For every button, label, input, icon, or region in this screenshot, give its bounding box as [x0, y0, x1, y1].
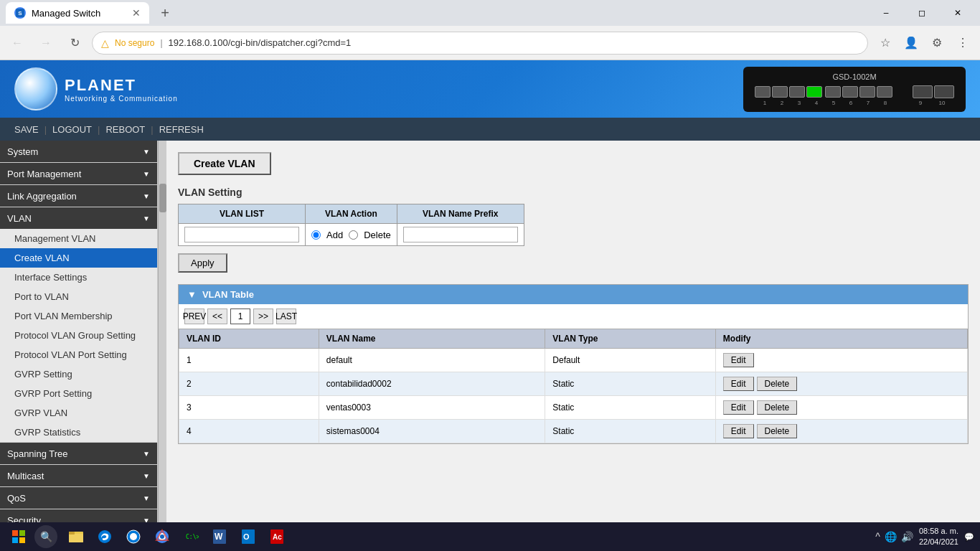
sidebar-item-port-to-vlan[interactable]: Port to VLAN: [0, 287, 157, 306]
taskbar-chrome[interactable]: [149, 524, 175, 550]
vlan-table-header[interactable]: ▼ VLAN Table: [179, 285, 968, 304]
sidebar-item-gvrp-statistics[interactable]: GVRP Statistics: [0, 423, 157, 442]
taskbar-outlook[interactable]: O: [235, 524, 261, 550]
svg-point-9: [98, 530, 111, 543]
sidebar-item-protocol-vlan-group[interactable]: Protocol VLAN Group Setting: [0, 326, 157, 345]
start-button[interactable]: [6, 524, 32, 550]
vlan-name-cell: contabilidad0002: [319, 372, 545, 396]
sidebar-scrollbar[interactable]: [158, 141, 166, 551]
apply-button[interactable]: Apply: [178, 253, 227, 273]
vlan-table-collapse-icon: ▼: [187, 289, 197, 300]
edit-button[interactable]: Edit: [723, 400, 754, 415]
profile-icon[interactable]: 👤: [900, 32, 923, 55]
edit-button[interactable]: Edit: [723, 353, 754, 367]
create-vlan-button[interactable]: Create VLAN: [178, 152, 271, 175]
pagination: PREV << 1 >> LAST: [179, 304, 968, 329]
sidebar-header-multicast[interactable]: Multicast ▼: [0, 465, 157, 486]
sidebar-section-port-mgmt: Port Management ▼: [0, 163, 157, 185]
taskbar-file-explorer[interactable]: [63, 524, 89, 550]
vlan-modify-cell: EditDelete: [715, 396, 967, 420]
port-label-3: 3: [791, 100, 807, 106]
taskbar-up-arrow[interactable]: ^: [875, 531, 880, 542]
radio-delete-label: Delete: [364, 230, 391, 240]
minimize-button[interactable]: –: [870, 2, 903, 24]
edit-button[interactable]: Edit: [723, 377, 754, 391]
table-row: 1defaultDefaultEdit: [179, 349, 968, 372]
sidebar-item-gvrp-setting[interactable]: GVRP Setting: [0, 364, 157, 384]
th-vlan-name: VLAN Name: [319, 329, 545, 349]
security-warning-icon: △: [101, 37, 109, 49]
nav-logout[interactable]: LOGOUT: [50, 124, 95, 135]
taskbar-word[interactable]: W: [207, 524, 232, 550]
sidebar-item-gvrp-vlan[interactable]: GVRP VLAN: [0, 403, 157, 423]
sidebar-header-link-agg[interactable]: Link Aggregation ▼: [0, 185, 157, 207]
vlan-list-input[interactable]: [184, 227, 299, 242]
page-next-btn[interactable]: LAST: [276, 309, 296, 324]
close-button[interactable]: ✕: [941, 2, 974, 24]
planet-logo: PLANET Networking & Communication: [14, 67, 178, 110]
vlan-type-cell: Default: [545, 349, 716, 372]
taskbar-cortana[interactable]: [121, 524, 146, 550]
extensions-icon[interactable]: ⚙: [925, 32, 948, 55]
taskbar-right: ^ 🌐 🔊 08:58 a. m. 22/04/2021 💬: [875, 526, 974, 548]
taskbar: 🔍 C:\> W O Ac ^ 🌐 🔊: [0, 522, 980, 551]
back-button[interactable]: ←: [6, 32, 29, 55]
delete-button[interactable]: Delete: [757, 424, 798, 438]
bookmark-icon[interactable]: ☆: [874, 32, 897, 55]
vlan-type-cell: Static: [545, 372, 716, 396]
forward-button[interactable]: →: [34, 32, 57, 55]
page-next-short-btn[interactable]: >>: [253, 309, 273, 324]
radio-add[interactable]: [311, 230, 321, 240]
svg-point-11: [130, 533, 137, 540]
sidebar-header-system[interactable]: System ▼: [0, 141, 157, 162]
nav-reboot[interactable]: REBOOT: [103, 124, 148, 135]
vlan-id-cell: 2: [179, 372, 319, 396]
sidebar-item-protocol-vlan-port[interactable]: Protocol VLAN Port Setting: [0, 345, 157, 364]
new-tab-button[interactable]: +: [155, 3, 175, 23]
page-current-btn[interactable]: 1: [230, 309, 250, 324]
taskbar-clock[interactable]: 08:58 a. m. 22/04/2021: [919, 526, 958, 548]
port-label-1: 1: [757, 100, 773, 106]
sidebar-item-management-vlan[interactable]: Management VLAN: [0, 229, 157, 248]
restore-button[interactable]: ◻: [905, 2, 938, 24]
radio-delete[interactable]: [349, 230, 358, 240]
taskbar-date-display: 22/04/2021: [919, 537, 958, 547]
edit-button[interactable]: Edit: [723, 424, 754, 438]
ports-1-4: [755, 86, 822, 98]
reload-button[interactable]: ↻: [63, 32, 86, 55]
nav-save[interactable]: SAVE: [11, 124, 42, 135]
address-bar[interactable]: △ No seguro | 192.168.0.100/cgi-bin/disp…: [92, 32, 868, 55]
radio-add-label: Add: [326, 230, 343, 240]
delete-button[interactable]: Delete: [757, 400, 798, 415]
page-prev-btn[interactable]: PREV: [184, 309, 204, 324]
sidebar-header-port-mgmt[interactable]: Port Management ▼: [0, 163, 157, 184]
taskbar-acrobat[interactable]: Ac: [264, 524, 290, 550]
sidebar-item-port-vlan-membership[interactable]: Port VLAN Membership: [0, 306, 157, 326]
port-label-4: 4: [809, 100, 824, 106]
vlan-id-cell: 1: [179, 349, 319, 372]
nav-refresh[interactable]: REFRESH: [156, 124, 207, 135]
page-prev-short-btn[interactable]: <<: [207, 309, 227, 324]
taskbar-volume-icon[interactable]: 🔊: [901, 531, 913, 542]
taskbar-network-icon[interactable]: 🌐: [885, 531, 897, 542]
taskbar-edge[interactable]: [92, 524, 118, 550]
sidebar-item-interface-settings[interactable]: Interface Settings: [0, 268, 157, 287]
table-row: 3ventas0003StaticEditDelete: [179, 396, 968, 420]
taskbar-notification-icon[interactable]: 💬: [964, 532, 974, 542]
browser-tab[interactable]: S Managed Switch ✕: [6, 2, 149, 24]
menu-icon[interactable]: ⋮: [951, 32, 974, 55]
delete-button[interactable]: Delete: [757, 377, 798, 391]
sidebar-header-qos[interactable]: QoS ▼: [0, 487, 157, 509]
port-5: [825, 86, 841, 98]
sidebar-item-gvrp-port-setting[interactable]: GVRP Port Setting: [0, 384, 157, 403]
sidebar-item-create-vlan[interactable]: Create VLAN: [0, 248, 157, 268]
tab-close-btn[interactable]: ✕: [132, 7, 141, 19]
vlan-name-prefix-input[interactable]: [403, 227, 518, 242]
taskbar-terminal[interactable]: C:\>: [178, 524, 204, 550]
sidebar-section-multicast: Multicast ▼: [0, 465, 157, 487]
brand-subtitle: Networking & Communication: [65, 95, 178, 103]
sidebar-header-spanning-tree[interactable]: Spanning Tree ▼: [0, 443, 157, 464]
sidebar-header-vlan[interactable]: VLAN ▼: [0, 207, 157, 229]
sidebar-vlan-label: VLAN: [7, 213, 32, 224]
search-button[interactable]: 🔍: [34, 525, 57, 548]
